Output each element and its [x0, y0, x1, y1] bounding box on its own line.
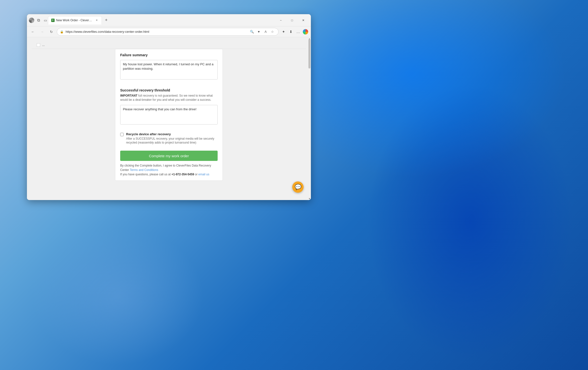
- maximize-button[interactable]: □: [286, 17, 298, 24]
- recycle-checkbox[interactable]: [120, 133, 124, 136]
- address-text: https://www.cleverfiles.com/data-recover…: [66, 30, 247, 34]
- tab-favicon: C: [51, 19, 55, 22]
- back-button[interactable]: ←: [29, 28, 37, 36]
- forward-button: →: [38, 28, 46, 36]
- failure-summary-textarea[interactable]: [120, 60, 218, 79]
- browser-window: ⧉ ▭ C New Work Order - CleverFiles Da ✕ …: [27, 14, 311, 200]
- chat-bubble-button[interactable]: 💬: [292, 181, 304, 193]
- title-bar: ⧉ ▭ C New Work Order - CleverFiles Da ✕ …: [27, 14, 311, 26]
- edge-logo-icon: [302, 28, 309, 35]
- terms-link[interactable]: Terms and Conditions: [130, 168, 158, 172]
- partial-text: ...: [42, 43, 45, 47]
- star-icon[interactable]: ☆: [270, 29, 275, 35]
- new-tab-button[interactable]: +: [103, 17, 110, 24]
- extensions-icon[interactable]: ✦: [280, 28, 287, 35]
- partial-top-row: ...: [32, 41, 306, 49]
- contact-or: or: [194, 173, 198, 176]
- recycle-checkbox-section: Recycle device after recovery After a SU…: [115, 129, 223, 149]
- contact-phone: +1-972-354-5459: [171, 173, 194, 176]
- nav-right-icons: ✦ ⬇ …: [280, 28, 309, 35]
- recycle-title: Recycle device after recovery: [126, 132, 218, 136]
- read-aloud-icon[interactable]: A: [263, 29, 269, 35]
- settings-menu-icon[interactable]: …: [295, 28, 302, 35]
- refresh-button[interactable]: ↻: [47, 28, 55, 36]
- chat-bubble-icon: 💬: [295, 184, 301, 190]
- recovery-threshold-textarea[interactable]: [120, 105, 218, 124]
- scrollbar-thumb[interactable]: [308, 39, 310, 68]
- failure-summary-section: Failure summary: [115, 49, 223, 84]
- recycle-desc: After a SUCCESSFUL recovery, your origin…: [126, 137, 214, 145]
- form-container: Failure summary Successful recovery thre…: [115, 49, 223, 181]
- web-content: ... Failure summary Successful recovery …: [27, 37, 311, 200]
- recovery-threshold-label: Successful recovery threshold: [120, 88, 218, 92]
- close-button[interactable]: ✕: [298, 17, 309, 24]
- window-controls: − □ ✕: [275, 17, 309, 24]
- recovery-threshold-section: Successful recovery threshold IMPORTANT …: [115, 84, 223, 129]
- important-note: IMPORTANT full recovery is not guarantee…: [120, 94, 218, 102]
- lock-icon: 🔒: [60, 30, 64, 34]
- partial-checkbox: [37, 43, 40, 47]
- download-icon[interactable]: ⬇: [287, 28, 294, 35]
- page-content: ▲ ▼ ... Failure summary Successful reco: [27, 37, 311, 200]
- collections-icon[interactable]: ⧉: [36, 18, 41, 23]
- address-bar[interactable]: 🔒 https://www.cleverfiles.com/data-recov…: [57, 28, 279, 36]
- recycle-label: Recycle device after recovery After a SU…: [126, 132, 218, 145]
- search-icon[interactable]: 🔍: [249, 29, 255, 35]
- edge-globe-icon: [29, 18, 34, 23]
- terms-text: By clicking the Complete button, I agree…: [120, 163, 218, 177]
- tab-title: New Work Order - CleverFiles Da: [56, 19, 93, 22]
- contact-prefix: If you have questions, please call us at: [120, 173, 171, 176]
- title-bar-left: ⧉ ▭: [29, 18, 48, 23]
- important-bold: IMPORTANT: [120, 94, 137, 97]
- favorites-icon[interactable]: ♥: [256, 29, 262, 35]
- submit-section: Complete my work order By clicking the C…: [115, 149, 223, 180]
- active-tab[interactable]: C New Work Order - CleverFiles Da ✕: [48, 16, 102, 24]
- nav-bar: ← → ↻ 🔒 https://www.cleverfiles.com/data…: [27, 26, 311, 37]
- sidebar-icon[interactable]: ▭: [43, 18, 48, 23]
- scrollbar[interactable]: ▲ ▼: [308, 37, 311, 200]
- failure-summary-label: Failure summary: [120, 53, 218, 57]
- tab-bar: C New Work Order - CleverFiles Da ✕ +: [48, 16, 275, 24]
- scrollbar-down-arrow[interactable]: ▼: [308, 197, 311, 200]
- submit-button[interactable]: Complete my work order: [120, 151, 218, 161]
- minimize-button[interactable]: −: [275, 17, 286, 24]
- email-link[interactable]: email us: [198, 173, 209, 176]
- address-icons: 🔍 ♥ A ☆: [249, 29, 275, 35]
- tab-close-button[interactable]: ✕: [95, 18, 99, 22]
